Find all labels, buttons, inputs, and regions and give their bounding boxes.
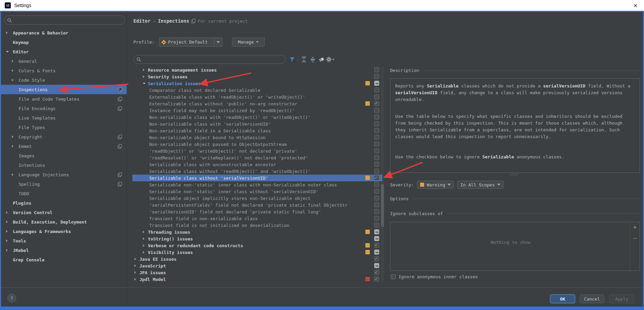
- tree-row-non-serializable-object-bound-to-httpsession[interactable]: Non-serializable object bound to HttpSes…: [132, 134, 382, 141]
- sidebar-item-code-style[interactable]: Code Style: [1, 75, 127, 85]
- tree-row-jpa-issues[interactable]: JPA issues: [132, 269, 382, 276]
- chevron-right-icon[interactable]: [12, 69, 19, 72]
- chevron-right-icon[interactable]: [6, 239, 13, 242]
- chevron-down-icon[interactable]: [6, 51, 13, 53]
- breadcrumb-editor[interactable]: Editor: [133, 18, 151, 24]
- tree-row-resource-management-issues[interactable]: Resource management issues: [132, 67, 382, 73]
- sidebar-search[interactable]: [4, 16, 125, 25]
- chevron-right-icon[interactable]: [134, 258, 139, 260]
- tree-row-serializable-class-with-unconstructable-ancestor[interactable]: Serializable class with unconstructable …: [132, 161, 382, 168]
- sidebar-item-keymap[interactable]: Keymap: [1, 37, 127, 47]
- chevron-right-icon[interactable]: [12, 60, 19, 62]
- tree-row-non-serializable-object-passed-to-objectoutputstre[interactable]: Non-serializable object passed to Object…: [132, 141, 382, 148]
- add-button[interactable]: +: [632, 224, 638, 230]
- chevron-right-icon[interactable]: [134, 264, 139, 267]
- inspection-checkbox-empty[interactable]: [374, 196, 379, 201]
- sidebar-item-file-and-code-templates[interactable]: File and Code Templates: [1, 94, 127, 104]
- sidebar-item-copyright[interactable]: Copyright: [1, 132, 127, 141]
- help-button[interactable]: ?: [7, 294, 16, 303]
- tree-row-externalizable-class-without-public-no-arg-constru[interactable]: Externalizable class without 'public' no…: [132, 100, 382, 107]
- inspection-checkbox-checked[interactable]: [374, 256, 379, 261]
- sidebar-item-colors-fonts[interactable]: Colors & Fonts: [1, 66, 127, 75]
- tree-row-java-ee-issues[interactable]: Java EE issues: [132, 256, 382, 262]
- inspections-search[interactable]: [133, 55, 285, 64]
- tree-row-non-serializable-class-with-readobject-or-writeobj[interactable]: Non-serializable class with 'readObject(…: [132, 114, 382, 121]
- chevron-right-icon[interactable]: [6, 221, 13, 223]
- sidebar-item-live-templates[interactable]: Live Templates: [1, 113, 127, 123]
- tree-row-readobject-or-writeobject-not-declared-private[interactable]: 'readObject()' or 'writeObject()' not de…: [132, 148, 382, 154]
- gear-icon[interactable]: [326, 56, 335, 63]
- chevron-right-icon[interactable]: [12, 145, 19, 148]
- sidebar-item-general[interactable]: General: [1, 56, 127, 66]
- inspection-checkbox-empty[interactable]: [374, 155, 379, 160]
- profile-combobox[interactable]: Project Default: [159, 37, 223, 47]
- tree-row-serializable-class-without-readobject-and-writeobj[interactable]: Serializable class without 'readObject()…: [132, 168, 382, 175]
- inspection-checkbox-empty[interactable]: [374, 74, 379, 79]
- tree-row-non-serializable-class-with-serialversionuid[interactable]: Non-serializable class with 'serialVersi…: [132, 121, 382, 127]
- tree-row-non-serializable-field-in-a-serializable-class[interactable]: Non-serializable field in a Serializable…: [132, 127, 382, 134]
- chevron-right-icon[interactable]: [6, 31, 13, 34]
- inspection-checkbox-empty[interactable]: [374, 87, 379, 93]
- tree-scrollbar-thumb[interactable]: [381, 184, 384, 227]
- sidebar-item-plugins[interactable]: Plugins: [1, 198, 127, 208]
- sidebar-item-todo[interactable]: TODO: [1, 189, 127, 198]
- chevron-right-icon[interactable]: [6, 230, 13, 233]
- inspections-search-input[interactable]: [143, 57, 285, 62]
- chevron-right-icon[interactable]: [134, 271, 139, 274]
- sidebar-item-tools[interactable]: Tools: [1, 236, 127, 246]
- tree-row-transient-field-is-not-initialized-on-deserializat[interactable]: Transient field is not initialized on de…: [132, 222, 382, 229]
- inspection-checkbox-empty[interactable]: [374, 223, 379, 228]
- chevron-right-icon[interactable]: [143, 251, 148, 254]
- chevron-right-icon[interactable]: [12, 135, 19, 138]
- sidebar-item-editor[interactable]: Editor: [1, 47, 127, 56]
- inspection-checkbox-empty[interactable]: [374, 148, 379, 153]
- inspection-checkbox-partial[interactable]: [374, 81, 379, 86]
- inspection-checkbox-empty[interactable]: [374, 216, 379, 221]
- sidebar-item-file-encodings[interactable]: File Encodings: [1, 104, 127, 113]
- inspection-checkbox-partial[interactable]: [374, 229, 379, 234]
- tree-row-instance-field-may-not-be-initialized-by-readobjec[interactable]: Instance field may not be initialized by…: [132, 107, 382, 114]
- inspection-checkbox-partial[interactable]: [374, 236, 379, 241]
- reset-eraser-icon[interactable]: [317, 56, 326, 63]
- sidebar-item-jrebel[interactable]: JRebel: [1, 246, 127, 255]
- tree-row-verbose-or-redundant-code-constructs[interactable]: Verbose or redundant code constructs: [132, 242, 382, 249]
- tree-row-serialpersistentfields-field-not-declared-private-[interactable]: 'serialPersistentFields' field not decla…: [132, 202, 382, 208]
- tree-row-serialversionuid-field-not-declared-private-static[interactable]: 'serialVersionUID' field not declared 'p…: [132, 208, 382, 215]
- cancel-button[interactable]: Cancel: [580, 294, 604, 303]
- tree-row-transient-field-in-non-serializable-class[interactable]: Transient field in non-serializable clas…: [132, 215, 382, 222]
- sidebar-item-appearance-behavior[interactable]: Appearance & Behavior: [1, 28, 127, 37]
- chevron-right-icon[interactable]: [12, 79, 19, 81]
- inspection-checkbox-empty[interactable]: [374, 189, 379, 194]
- inspection-checkbox-empty[interactable]: [374, 162, 379, 167]
- tree-row-serializable-class-without-serialversionuid[interactable]: Serializable class without 'serialVersio…: [132, 175, 382, 181]
- tree-row-serializable-non-static-inner-class-with-non-seria[interactable]: Serializable non-'static' inner class wi…: [132, 181, 382, 188]
- remove-button[interactable]: −: [632, 235, 638, 241]
- resize-grip[interactable]: /////: [509, 173, 518, 176]
- inspection-checkbox-empty[interactable]: [374, 67, 379, 72]
- inspection-checkbox-checked[interactable]: [374, 270, 379, 275]
- inspection-checkbox-checked[interactable]: [374, 243, 379, 248]
- inspection-checkbox-partial[interactable]: [374, 250, 379, 255]
- sidebar-item-inspections[interactable]: Inspections: [1, 85, 127, 94]
- scope-combobox[interactable]: In All Scopes: [457, 181, 504, 189]
- chevron-right-icon[interactable]: [143, 237, 148, 240]
- sidebar-item-grep-console[interactable]: Grep Console: [1, 255, 127, 264]
- ignore-subclasses-list[interactable]: Nothing to show + −: [390, 222, 640, 271]
- inspection-checkbox-empty[interactable]: [374, 94, 379, 99]
- tree-row-security-issues[interactable]: Security issues: [132, 73, 382, 80]
- tree-row-comparator-class-not-declared-serializable[interactable]: Comparator class not declared Serializab…: [132, 87, 382, 94]
- sidebar-item-languages-frameworks[interactable]: Languages & Frameworks: [1, 227, 127, 236]
- filter-icon[interactable]: [288, 56, 297, 63]
- inspection-checkbox-empty[interactable]: [374, 169, 379, 174]
- inspection-checkbox-checked[interactable]: [374, 277, 379, 282]
- sidebar-item-version-control[interactable]: Version Control: [1, 208, 127, 217]
- ignore-anonymous-checkbox[interactable]: [391, 274, 396, 279]
- chevron-right-icon[interactable]: [6, 249, 13, 252]
- tree-row-serializable-object-implicitly-stores-non-serializ[interactable]: Serializable object implicitly stores no…: [132, 195, 382, 202]
- chevron-right-icon[interactable]: [6, 211, 13, 214]
- manage-button[interactable]: Manage: [232, 37, 265, 47]
- tree-row-serialization-issues[interactable]: Serialization issues: [132, 80, 382, 87]
- inspection-checkbox-checked[interactable]: [374, 101, 379, 106]
- inspection-checkbox-empty[interactable]: [374, 135, 379, 140]
- tree-row-readresolve-or-writereplace-not-declared-protected[interactable]: 'readResolve()' or 'writeReplace()' not …: [132, 154, 382, 161]
